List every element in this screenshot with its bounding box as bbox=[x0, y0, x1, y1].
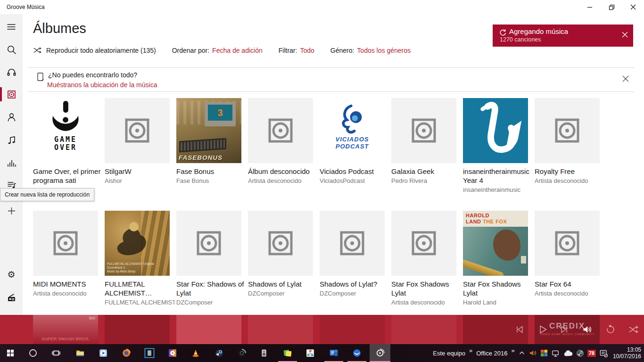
cortana-taskbar-icon[interactable] bbox=[28, 348, 38, 358]
album-tile[interactable]: MIDI MOMENTSArtista desconocido bbox=[33, 211, 104, 297]
album-tile[interactable]: VICIADOS PODCASTViciados PodcastViciados… bbox=[320, 98, 390, 185]
sidebar-item-listen[interactable] bbox=[0, 62, 23, 81]
sidebar-item-account[interactable] bbox=[0, 243, 23, 262]
genre-value-link[interactable]: Todos los géneros bbox=[357, 47, 411, 54]
dimmed-album-art bbox=[320, 315, 385, 344]
dimmed-album-art bbox=[248, 315, 313, 344]
find-music-question: ¿No puedes encontrarlo todo? bbox=[48, 71, 137, 79]
steam-taskbar-icon[interactable] bbox=[215, 348, 224, 358]
file-explorer-taskbar-icon[interactable] bbox=[75, 348, 85, 358]
album-title: insaneintherainmusic Year 4 bbox=[463, 167, 533, 185]
album-icon bbox=[7, 90, 17, 99]
banner-close-button[interactable] bbox=[622, 75, 629, 82]
album-art[interactable] bbox=[535, 211, 600, 276]
album-tile[interactable]: insaneintherainmusic Year 4insaneinthera… bbox=[463, 98, 534, 194]
media-player-taskbar-icon[interactable] bbox=[99, 348, 108, 358]
shuffle-button[interactable] bbox=[628, 325, 639, 334]
album-art[interactable] bbox=[391, 98, 456, 163]
album-art[interactable] bbox=[33, 211, 98, 276]
album-tile[interactable]: Star Fox 64Artista desconocido bbox=[535, 211, 605, 297]
album-tile[interactable]: 3 FASEBONUSFase BonusFase Bonus bbox=[176, 98, 247, 185]
toolbar-overflow-chevron[interactable]: » bbox=[469, 347, 472, 354]
network-icon[interactable] bbox=[551, 349, 560, 358]
album-tile[interactable]: Galaxia GeekPedro Rivera bbox=[391, 98, 462, 185]
album-art[interactable]: GAME OVER bbox=[33, 98, 98, 163]
groove-taskbar-icon[interactable] bbox=[375, 348, 385, 358]
vlc-taskbar-icon[interactable] bbox=[191, 348, 201, 358]
show-music-location-link[interactable]: Muéstranos la ubicación de la música bbox=[47, 81, 157, 89]
plus-icon bbox=[7, 206, 16, 215]
office-toolbar[interactable]: Office 2016 bbox=[476, 350, 507, 357]
album-art[interactable]: VICIADOS PODCAST bbox=[320, 98, 385, 163]
volume-tray-icon[interactable] bbox=[528, 349, 537, 357]
album-artist: Aishor bbox=[105, 177, 174, 185]
album-placeholder-icon bbox=[409, 229, 438, 258]
diagram-app-taskbar-icon[interactable] bbox=[305, 348, 315, 358]
album-art[interactable] bbox=[463, 98, 528, 163]
restore-button[interactable] bbox=[601, 0, 622, 14]
album-tile[interactable]: HAROLD LAND THE FOX Star Fox Shadows Lyl… bbox=[463, 211, 534, 306]
album-tile[interactable]: Royalty FreeArtista desconocido bbox=[535, 98, 605, 185]
sidebar-item-settings[interactable]: ⚙ bbox=[0, 265, 23, 284]
play-all-button[interactable]: Reproducir todo aleatoriamente (135) bbox=[33, 47, 156, 54]
taskbar-clock[interactable]: 13:0510/07/2016 bbox=[613, 346, 641, 360]
steam-tray-icon[interactable] bbox=[576, 349, 584, 357]
minimize-button[interactable] bbox=[579, 0, 601, 14]
album-tile[interactable]: Álbum desconocidoArtista desconocido bbox=[248, 98, 319, 185]
filter-value-link[interactable]: Todo bbox=[300, 47, 314, 54]
este-equipo-toolbar[interactable]: Este equipo bbox=[433, 350, 465, 357]
thunderbird-taskbar-icon[interactable] bbox=[352, 348, 362, 358]
task-view-taskbar-icon[interactable] bbox=[51, 348, 61, 358]
album-tile[interactable]: StilgarWAishor bbox=[105, 98, 175, 185]
sort-value-link[interactable]: Fecha de adición bbox=[212, 47, 263, 54]
repeat-button[interactable] bbox=[605, 324, 616, 335]
audio-app-taskbar-icon[interactable] bbox=[260, 348, 269, 358]
tray-expand-icon[interactable] bbox=[519, 350, 525, 356]
close-button[interactable] bbox=[622, 0, 644, 14]
album-artist: Artista desconocido bbox=[33, 290, 103, 297]
album-tile[interactable]: Shadows of Lylat?DZComposer bbox=[320, 211, 390, 297]
movie-editor-taskbar-icon[interactable] bbox=[168, 348, 178, 358]
toolbar-overflow-chevron[interactable]: » bbox=[511, 347, 514, 354]
album-tile[interactable]: GAME OVERGame Over, el primer programa s… bbox=[33, 98, 104, 185]
taskbar: Este equipo » Office 2016 » 78 13:0510/0… bbox=[0, 344, 644, 362]
sidebar-item-artists[interactable] bbox=[0, 107, 23, 126]
album-art[interactable]: 3 FASEBONUS bbox=[176, 98, 241, 163]
album-art[interactable] bbox=[176, 211, 241, 276]
album-art[interactable] bbox=[535, 98, 600, 163]
sidebar-item-songs[interactable] bbox=[0, 131, 23, 149]
action-center-icon[interactable] bbox=[599, 349, 608, 358]
sidebar-item-albums[interactable] bbox=[0, 85, 23, 104]
album-tile[interactable]: Star Fox: Shadows of LylatDZComposer bbox=[176, 211, 247, 306]
album-art[interactable] bbox=[105, 98, 170, 163]
album-art[interactable] bbox=[248, 211, 313, 276]
next-button[interactable] bbox=[559, 324, 570, 335]
album-art[interactable]: FULLMETAL ALCHEMIST Original Soundtrack … bbox=[105, 211, 170, 276]
sidebar-item-search[interactable] bbox=[0, 40, 23, 59]
onedrive-icon[interactable] bbox=[563, 350, 573, 357]
album-tile[interactable]: FULLMETAL ALCHEMIST Original Soundtrack … bbox=[105, 211, 175, 306]
fullmetal-alchemist-art: FULLMETAL ALCHEMIST Original Soundtrack … bbox=[105, 211, 170, 276]
album-art[interactable]: HAROLD LAND THE FOX bbox=[463, 211, 528, 276]
previous-button[interactable] bbox=[514, 324, 525, 335]
album-tile[interactable]: Star Fox Shadows LylatArtista desconocid… bbox=[391, 211, 462, 306]
sidebar-item-new-playlist[interactable] bbox=[0, 201, 23, 220]
sticky-notes-taskbar-icon[interactable] bbox=[283, 348, 293, 358]
movies-tv-taskbar-icon[interactable] bbox=[144, 348, 155, 359]
cpu-temp-badge[interactable]: 78 bbox=[587, 350, 596, 357]
task-manager-taskbar-icon[interactable] bbox=[329, 348, 339, 358]
cinema4d-taskbar-icon[interactable] bbox=[237, 348, 247, 358]
sidebar-item-now-playing[interactable] bbox=[0, 153, 23, 172]
play-button[interactable] bbox=[537, 324, 548, 335]
firefox-taskbar-icon[interactable] bbox=[122, 348, 132, 358]
sidebar-item-store[interactable] bbox=[0, 288, 23, 307]
sidebar-item-menu[interactable] bbox=[0, 17, 23, 36]
album-tile[interactable]: Shadows of LylatDZComposer bbox=[248, 211, 319, 297]
start-taskbar-icon[interactable] bbox=[6, 349, 15, 358]
volume-button[interactable] bbox=[581, 324, 594, 335]
toast-close-button[interactable] bbox=[622, 32, 628, 38]
album-art[interactable] bbox=[391, 211, 456, 276]
album-art[interactable] bbox=[320, 211, 385, 276]
antivirus-icon[interactable] bbox=[540, 349, 548, 357]
album-art[interactable] bbox=[248, 98, 313, 163]
